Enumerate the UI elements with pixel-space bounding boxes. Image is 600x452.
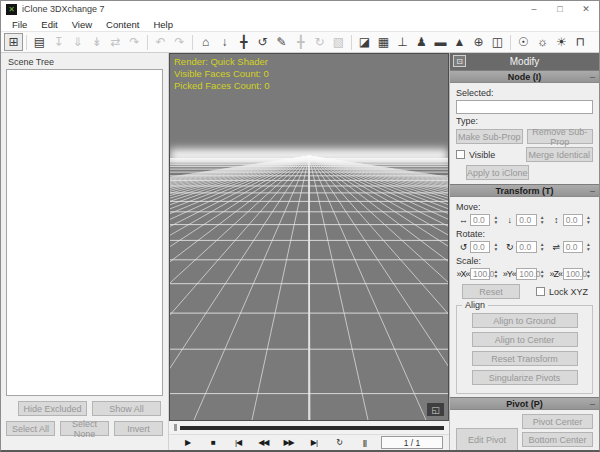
value-field[interactable]: 0.0 xyxy=(470,214,490,226)
value-field[interactable]: 0.0 xyxy=(563,214,583,226)
reset-transform-button[interactable]: Reset Transform xyxy=(472,351,578,366)
reset-camera-button[interactable]: ↓ xyxy=(215,33,234,51)
stage-display-button[interactable]: ⊓ xyxy=(571,33,590,51)
spinner[interactable]: ▴▾ xyxy=(491,269,500,279)
merge-identical-button[interactable]: Merge Identical xyxy=(526,147,594,162)
value-field[interactable]: 100.0 xyxy=(516,268,536,280)
update-file-button[interactable]: ↷ xyxy=(125,33,144,51)
select-all-button[interactable]: Select All xyxy=(6,421,55,436)
viewport[interactable]: Render: Quick ShaderVisible Faces Count:… xyxy=(169,53,449,421)
undo-button[interactable]: ↶ xyxy=(151,33,170,51)
collapse-icon[interactable]: – xyxy=(590,399,595,409)
pan-camera-button[interactable]: ╋ xyxy=(234,33,253,51)
file-menu[interactable]: File xyxy=(5,19,34,30)
visible-checkbox[interactable]: Visible xyxy=(456,150,522,160)
lock-xyz-checkbox[interactable]: Lock XYZ xyxy=(536,287,588,297)
timeline[interactable] xyxy=(169,421,449,435)
bottom-center-button[interactable]: Bottom Center xyxy=(522,432,593,447)
previous-frame-button[interactable]: ◀◀ xyxy=(251,438,275,447)
make-sub-prop-button[interactable]: Make Sub-Prop xyxy=(456,129,523,144)
spin-down-icon[interactable]: ▾ xyxy=(541,274,544,279)
loop-button[interactable]: ↻ xyxy=(327,438,351,447)
spinner[interactable]: ▴▾ xyxy=(491,215,500,225)
hide-excluded-button[interactable]: Hide Excluded xyxy=(18,401,87,416)
spin-down-icon[interactable]: ▾ xyxy=(541,220,544,225)
spinner[interactable]: ▴▾ xyxy=(538,269,547,279)
dock-icon[interactable]: ⊡ xyxy=(453,55,466,67)
orbit-camera-button[interactable]: ↺ xyxy=(253,33,272,51)
first-frame-button[interactable]: |◀ xyxy=(226,438,250,447)
value-field[interactable]: 0.0 xyxy=(470,241,490,253)
value-field[interactable]: 0.0 xyxy=(563,241,583,253)
spin-down-icon[interactable]: ▾ xyxy=(587,247,590,252)
home-view-button[interactable]: ⌂ xyxy=(196,33,215,51)
align-to-center-button[interactable]: Align to Center xyxy=(472,332,578,347)
rotate-gizmo-button[interactable]: ↻ xyxy=(310,33,329,51)
remove-sub-prop-button[interactable]: Remove Sub-Prop xyxy=(527,129,594,144)
export-obj-button[interactable]: ↡ xyxy=(87,33,106,51)
help-menu[interactable]: Help xyxy=(146,19,180,30)
scale-gizmo-button[interactable]: ▧ xyxy=(329,33,348,51)
value-field[interactable]: 100.0 xyxy=(470,268,490,280)
redo-button[interactable]: ↷ xyxy=(170,33,189,51)
pick-tool-button[interactable]: ✎ xyxy=(272,33,291,51)
spot-light-button[interactable]: ☼ xyxy=(533,33,552,51)
edit-pivot-button[interactable]: Edit Pivot xyxy=(456,428,518,451)
value-field[interactable]: 100.0 xyxy=(563,268,583,280)
avatar-display-button[interactable]: ♟ xyxy=(412,33,431,51)
spin-down-icon[interactable]: ▾ xyxy=(541,247,544,252)
spinner[interactable]: ▴▾ xyxy=(491,242,500,252)
spin-down-icon[interactable]: ▾ xyxy=(494,274,497,279)
value-field[interactable]: 0.0 xyxy=(516,214,536,226)
view-menu[interactable]: View xyxy=(65,19,99,30)
axis-toggle-button[interactable]: ⊥ xyxy=(393,33,412,51)
scene-tree-toggle[interactable]: ⊞ xyxy=(4,33,23,51)
singularize-pivots-button[interactable]: Singularize Pivots xyxy=(472,370,578,385)
viewport-layout-button[interactable]: ◱ xyxy=(427,403,444,416)
reset-button[interactable]: Reset xyxy=(462,284,520,299)
scene-tree-list[interactable] xyxy=(6,69,163,396)
play-button[interactable]: ▶ xyxy=(176,438,200,447)
collapse-icon[interactable]: – xyxy=(590,72,595,82)
spinner[interactable]: ▴▾ xyxy=(538,242,547,252)
pivot-section-header[interactable]: Pivot (P) – xyxy=(450,397,599,410)
last-frame-button[interactable]: ▶| xyxy=(302,438,326,447)
align-to-ground-button[interactable]: Align to Ground xyxy=(472,313,578,328)
timeline-track[interactable] xyxy=(180,426,444,430)
next-frame-button[interactable]: ▶▶ xyxy=(277,438,301,447)
move-gizmo-button[interactable]: ╋ xyxy=(291,33,310,51)
stop-button[interactable]: ■ xyxy=(201,438,225,447)
sky-display-button[interactable]: ⊕ xyxy=(469,33,488,51)
grid-toggle-button[interactable]: ▦ xyxy=(374,33,393,51)
spin-down-icon[interactable]: ▾ xyxy=(587,274,590,279)
content-menu[interactable]: Content xyxy=(99,19,146,30)
frame-bars-button[interactable]: ||| xyxy=(352,438,376,447)
open-file-button[interactable]: ▤ xyxy=(30,33,49,51)
collapse-icon[interactable]: – xyxy=(590,186,595,196)
timeline-marker[interactable] xyxy=(174,424,177,431)
export-iclone-button[interactable]: ↧ xyxy=(49,33,68,51)
value-field[interactable]: 0.0 xyxy=(516,241,536,253)
apply-to-iclone-button[interactable]: Apply to iClone xyxy=(466,165,529,180)
spin-down-icon[interactable]: ▾ xyxy=(494,247,497,252)
export-fbx-button[interactable]: ⇓ xyxy=(68,33,87,51)
spin-down-icon[interactable]: ▾ xyxy=(587,220,590,225)
spinner[interactable]: ▴▾ xyxy=(584,215,593,225)
spinner[interactable]: ▴▾ xyxy=(538,215,547,225)
invert-button[interactable]: Invert xyxy=(114,421,163,436)
edit-menu[interactable]: Edit xyxy=(34,19,64,30)
spin-down-icon[interactable]: ▾ xyxy=(494,220,497,225)
props-display-button[interactable]: ◫ xyxy=(488,33,507,51)
pivot-center-button[interactable]: Pivot Center xyxy=(522,414,593,429)
spinner[interactable]: ▴▾ xyxy=(584,242,593,252)
plane-display-button[interactable]: ▬ xyxy=(431,33,450,51)
close-button[interactable]: ✕ xyxy=(573,1,599,17)
node-section-header[interactable]: Node (I) – xyxy=(450,70,599,83)
select-none-button[interactable]: Select None xyxy=(60,421,109,436)
selected-input[interactable] xyxy=(456,100,593,114)
batch-convert-button[interactable]: ⇄ xyxy=(106,33,125,51)
show-all-button[interactable]: Show All xyxy=(92,401,161,416)
directional-light-button[interactable]: ☀ xyxy=(552,33,571,51)
minimize-button[interactable]: – xyxy=(521,1,547,17)
maximize-button[interactable]: □ xyxy=(547,1,573,17)
